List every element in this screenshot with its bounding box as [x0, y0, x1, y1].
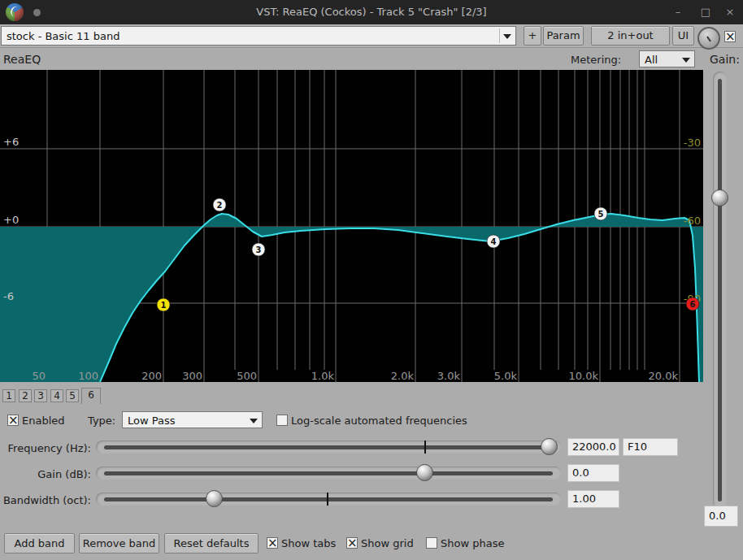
freq-axis-label: 2.0k: [391, 370, 415, 382]
frequency-tag-field[interactable]: F10: [623, 438, 678, 456]
freq-axis-label: 200: [141, 370, 162, 382]
freq-axis-label: 300: [182, 370, 202, 382]
reset-defaults-button[interactable]: Reset defaults: [164, 533, 259, 553]
titlebar[interactable]: VST: ReaEQ (Cockos) - Track 5 "Crash" [2…: [0, 0, 743, 24]
enabled-label: Enabled: [22, 415, 65, 427]
freq-axis-label: 1.0k: [311, 370, 335, 382]
band-tab-4[interactable]: 4: [50, 389, 63, 402]
db-axis-label: +6: [3, 136, 19, 148]
bandwidth-label: Bandwidth (oct):: [0, 494, 91, 506]
output-gain-label: Gain:: [710, 53, 740, 66]
remove-band-button[interactable]: Remove band: [79, 533, 159, 553]
minimize-button[interactable]: –: [668, 4, 688, 20]
metering-value: All: [645, 53, 658, 65]
analyzer-scale-label: -30: [684, 137, 701, 149]
type-combobox[interactable]: Low Pass: [122, 411, 263, 428]
show-grid-label: Show grid: [361, 537, 414, 549]
output-gain-field[interactable]: 0.0: [704, 506, 738, 527]
band-marker-number: 3: [256, 245, 262, 254]
eq-graph[interactable]: +6+0-6-30-60-90501002003005001.0k2.0k3.0…: [0, 70, 703, 382]
freq-axis-label: 50: [32, 370, 46, 382]
bypass-checkbox[interactable]: [724, 31, 736, 42]
band-marker-number: 6: [690, 300, 696, 309]
show-tabs-checkbox[interactable]: [267, 537, 278, 549]
db-axis-label: -6: [3, 290, 14, 302]
plugin-header: ReaEQ Metering: All Gain:: [0, 47, 743, 70]
bandwidth-slider-tick: [327, 493, 328, 506]
freq-axis-label: 100: [78, 370, 98, 382]
close-button[interactable]: ×: [720, 4, 740, 20]
add-preset-button[interactable]: +: [524, 26, 541, 46]
freq-axis-label: 5.0k: [494, 370, 518, 382]
frequency-slider[interactable]: [96, 441, 561, 454]
maximize-button[interactable]: □: [696, 4, 715, 20]
plugin-name: ReaEQ: [3, 53, 41, 66]
enabled-checkbox[interactable]: [7, 415, 19, 426]
add-band-button[interactable]: Add band: [4, 533, 75, 553]
type-label: Type:: [88, 415, 115, 427]
show-grid-checkbox[interactable]: [346, 537, 358, 549]
logscale-label: Log-scale automated frequencies: [291, 415, 467, 427]
band-tab-3[interactable]: 3: [34, 389, 47, 402]
gain-field[interactable]: 0.0: [567, 464, 619, 482]
reaeq-window: VST: ReaEQ (Cockos) - Track 5 "Crash" [2…: [0, 0, 743, 560]
band-marker-number: 5: [598, 210, 604, 219]
band-marker-number: 1: [161, 301, 167, 310]
frequency-slider-tick: [424, 441, 426, 454]
chevron-down-icon: [503, 34, 511, 39]
type-value: Low Pass: [128, 414, 176, 426]
band-marker-number: 2: [217, 201, 223, 210]
band-tab-6[interactable]: 6: [81, 388, 101, 404]
frequency-field[interactable]: 22000.0: [567, 438, 619, 456]
freq-axis-label: 3.0k: [437, 370, 461, 382]
frequency-slider-handle[interactable]: [541, 438, 558, 455]
freq-axis-label: 10.0k: [569, 370, 599, 382]
band-tab-2[interactable]: 2: [19, 389, 32, 402]
gain-label: Gain (dB):: [0, 468, 91, 480]
bandwidth-field[interactable]: 1.00: [567, 490, 619, 508]
logscale-checkbox[interactable]: [276, 415, 288, 426]
plugin-toolbar: stock - Basic 11 band + Param 2 in+out U…: [0, 24, 743, 48]
band-tab-5[interactable]: 5: [66, 389, 79, 402]
bandwidth-slider[interactable]: [96, 493, 561, 506]
output-gain-slider[interactable]: [713, 72, 727, 509]
band-marker-number: 4: [491, 237, 497, 246]
window-title: VST: ReaEQ (Cockos) - Track 5 "Crash" [2…: [0, 6, 743, 18]
show-tabs-label: Show tabs: [281, 537, 336, 549]
db-axis-label: +0: [3, 214, 19, 226]
show-phase-checkbox[interactable]: [426, 537, 437, 549]
io-button[interactable]: 2 in+out: [591, 26, 670, 46]
param-button[interactable]: Param: [543, 26, 584, 46]
freq-axis-label: 20.0k: [649, 370, 679, 382]
bandwidth-slider-handle[interactable]: [206, 490, 223, 507]
output-gain-slider-handle[interactable]: [711, 189, 728, 206]
show-phase-label: Show phase: [441, 537, 504, 549]
wet-dry-knob[interactable]: [697, 27, 720, 50]
band-tab-1[interactable]: 1: [2, 389, 15, 402]
gain-slider[interactable]: [96, 467, 561, 480]
ui-button[interactable]: UI: [672, 26, 694, 46]
freq-axis-label: 500: [237, 370, 257, 382]
preset-value: stock - Basic 11 band: [7, 30, 119, 42]
metering-combobox[interactable]: All: [639, 50, 695, 67]
knob-pointer-icon: [699, 28, 715, 45]
metering-label: Metering:: [571, 54, 621, 66]
gain-slider-handle[interactable]: [416, 464, 433, 481]
chevron-down-icon: [682, 58, 690, 63]
preset-combobox[interactable]: stock - Basic 11 band: [1, 26, 516, 46]
frequency-label: Frequency (Hz):: [0, 442, 91, 454]
chevron-down-icon: [250, 419, 258, 423]
analyzer-scale-label: -60: [684, 215, 701, 227]
